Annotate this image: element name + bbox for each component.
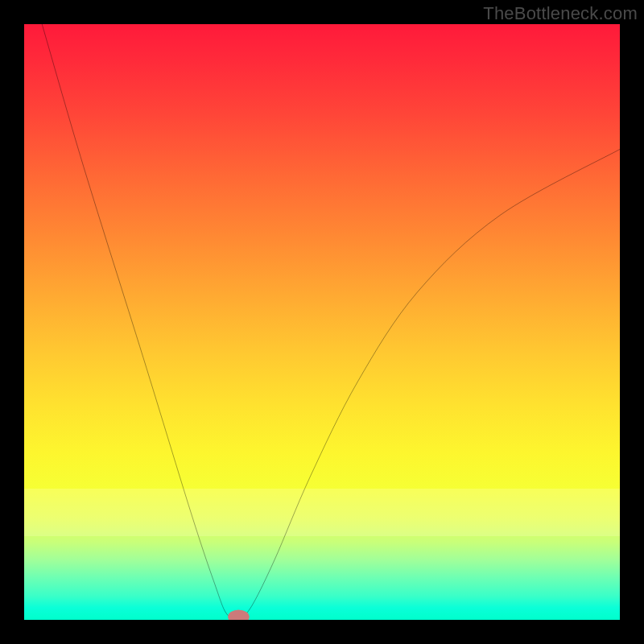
minimum-marker: [228, 609, 250, 620]
bottleneck-curve: [42, 24, 620, 618]
chart-frame: TheBottleneck.com: [0, 0, 644, 644]
watermark-text: TheBottleneck.com: [483, 3, 638, 24]
plot-area: [24, 24, 620, 620]
chart-svg: [24, 24, 620, 620]
